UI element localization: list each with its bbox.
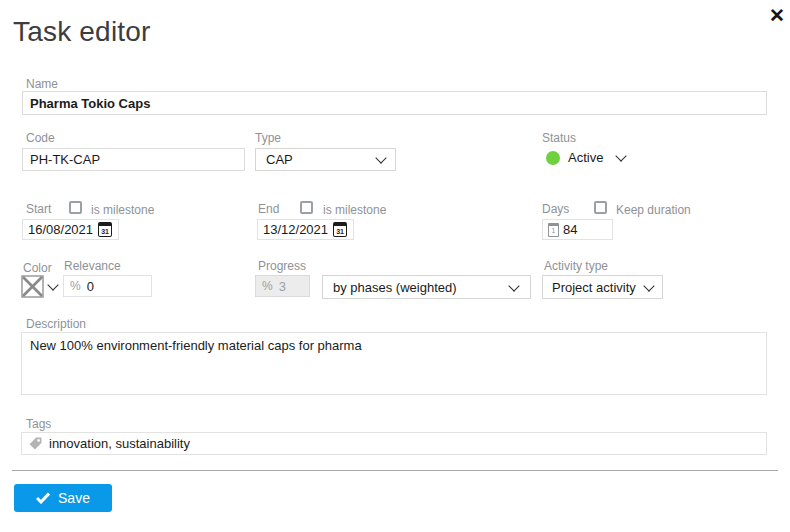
activity-type-select[interactable]: Project activity [542,275,663,299]
start-date-value: 16/08/2021 [28,222,93,237]
type-label: Type [255,131,281,145]
color-select[interactable] [21,275,57,298]
chevron-down-icon [47,279,58,290]
chevron-down-icon [375,152,386,163]
footer-divider [12,470,778,471]
code-label: Code [26,131,55,145]
save-button-label: Save [58,490,90,506]
end-milestone-checkbox[interactable] [300,201,313,214]
save-button[interactable]: Save [14,484,112,512]
day-icon: 1 [548,223,559,237]
activity-type-selected-value: Project activity [552,280,636,295]
progress-mode-selected-value: by phases (weighted) [333,280,457,295]
calendar-icon: 31 [98,222,112,237]
status-selected-value: Active [568,150,603,165]
status-active-dot-icon [546,151,560,165]
progress-value: 3 [279,279,286,294]
description-textarea[interactable]: New 100% environment-friendly material c… [21,332,767,395]
task-editor-dialog: Task editor ✕ Name Code Type CAP Status … [0,0,790,532]
chevron-down-icon [643,280,654,291]
calendar-icon: 31 [333,222,347,237]
percent-icon: % [262,279,273,293]
name-label: Name [26,77,58,91]
relevance-label: Relevance [64,259,121,273]
code-input[interactable] [22,148,245,171]
start-label: Start [26,202,51,216]
end-milestone-label: is milestone [323,203,386,217]
start-milestone-checkbox[interactable] [69,201,82,214]
color-label: Color [23,261,52,275]
start-milestone-label: is milestone [91,203,154,217]
check-icon [36,492,50,504]
days-label: Days [542,202,569,216]
relevance-value: 0 [87,279,94,294]
tags-label: Tags [26,417,51,431]
relevance-input[interactable]: % 0 [63,275,152,297]
tags-field[interactable] [21,432,767,455]
days-input[interactable]: 1 84 [542,219,613,240]
type-selected-value: CAP [266,152,293,167]
status-select[interactable]: Active [546,150,625,165]
chevron-down-icon [616,150,627,161]
percent-icon: % [70,279,81,293]
keep-duration-label: Keep duration [616,203,691,217]
status-label: Status [542,131,576,145]
end-date-value: 13/12/2021 [263,222,328,237]
start-date-input[interactable]: 16/08/2021 31 [22,219,119,240]
end-label: End [258,202,279,216]
type-select[interactable]: CAP [255,148,396,171]
days-value: 84 [563,222,577,237]
progress-value-input-disabled: % 3 [255,275,310,297]
end-date-input[interactable]: 13/12/2021 31 [257,219,354,240]
tags-input[interactable] [49,436,760,451]
keep-duration-checkbox[interactable] [594,201,607,214]
no-color-swatch-icon [21,275,44,298]
progress-mode-select[interactable]: by phases (weighted) [322,275,531,299]
chevron-down-icon [508,280,519,291]
name-input[interactable] [22,91,767,115]
progress-label: Progress [258,259,306,273]
tag-icon [28,436,43,451]
description-label: Description [26,317,86,331]
page-title: Task editor [13,16,151,48]
close-icon[interactable]: ✕ [769,6,785,25]
activity-type-label: Activity type [544,259,608,273]
